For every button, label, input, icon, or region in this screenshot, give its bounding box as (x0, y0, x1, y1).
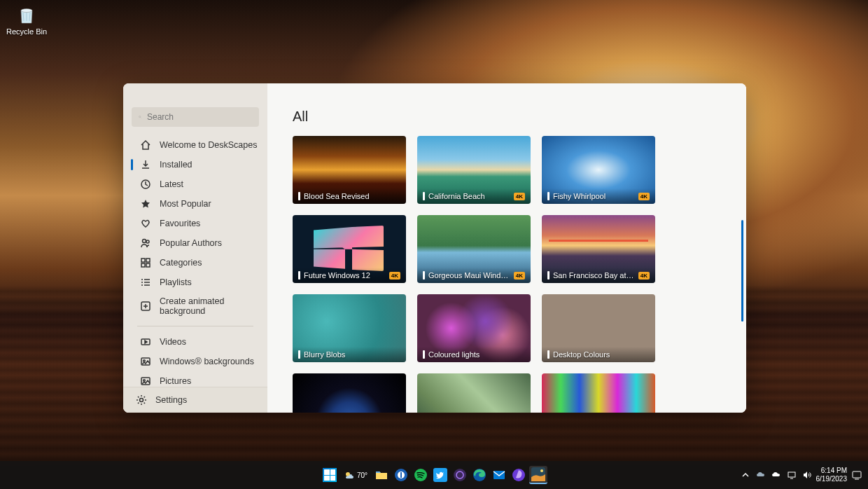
start-button[interactable] (321, 466, 339, 484)
taskbar-center: 70° (321, 466, 547, 484)
wallpaper-card[interactable] (417, 373, 531, 413)
gear-icon (136, 394, 147, 406)
sidebar-item-favourites[interactable]: Favourites (123, 214, 267, 233)
wallpaper-card[interactable]: Blood Sea Revised (293, 136, 406, 204)
sidebar-item-label: Installed (160, 160, 192, 170)
svg-point-15 (144, 380, 146, 382)
notifications-icon[interactable] (851, 469, 862, 481)
heart-icon (140, 218, 151, 229)
sidebar-item-create-animated-background[interactable]: Create animated background (123, 292, 267, 320)
taskbar-explorer[interactable] (372, 466, 391, 484)
svg-point-16 (140, 399, 144, 402)
svg-rect-20 (400, 472, 402, 478)
wallpaper-card[interactable]: Desktop Colours (542, 294, 655, 362)
search-input[interactable] (147, 112, 252, 122)
sidebar-item-playlists[interactable]: Playlists (123, 273, 267, 292)
svg-point-2 (139, 116, 141, 118)
taskbar-clock[interactable]: 6:14 PM 6/19/2023 (816, 467, 848, 483)
sidebar-item-popular-authors[interactable]: Popular Authors (123, 233, 267, 253)
sidebar-item-windows-backgrounds[interactable]: Windows® backgrounds (123, 352, 267, 371)
wallpaper-title: Fishy Whirlpool (553, 192, 635, 200)
home-icon (140, 139, 151, 151)
4k-badge: 4K (638, 193, 650, 200)
taskbar-deskscapes[interactable] (529, 466, 547, 484)
wallpaper-card[interactable]: California Beach4K (417, 136, 531, 204)
wallpaper-title: Blood Sea Revised (304, 192, 400, 200)
taskbar-edge[interactable] (470, 466, 489, 484)
wallpaper-grid: Blood Sea RevisedCalifornia Beach4KFishy… (293, 136, 721, 413)
wallpaper-card[interactable]: Blurry Blobs (293, 294, 406, 362)
sidebar-item-label: Popular Authors (160, 238, 222, 248)
wallpaper-title: Blurry Blobs (304, 350, 400, 359)
weather-icon (344, 469, 355, 481)
wallpaper-title: Desktop Colours (553, 350, 650, 359)
4k-badge: 4K (514, 272, 525, 280)
nav-divider (137, 326, 253, 326)
page-title: All (267, 83, 746, 136)
wallpaper-title: Future Windows 12 (304, 271, 386, 280)
wallpaper-grid-container[interactable]: Blood Sea RevisedCalifornia Beach4KFishy… (267, 136, 746, 413)
sidebar-item-welcome-to-deskscapes[interactable]: Welcome to DeskScapes (123, 135, 267, 155)
svg-rect-9 (146, 263, 150, 267)
scrollbar-thumb[interactable] (741, 220, 743, 322)
twitter-icon (433, 468, 447, 482)
sidebar-nav: Welcome to DeskScapesInstalledLatestMost… (123, 132, 267, 387)
users-icon (140, 237, 151, 249)
volume-icon[interactable] (802, 470, 812, 480)
sidebar-item-most-popular[interactable]: Most Popular (123, 194, 267, 214)
taskbar-spotify[interactable] (412, 466, 430, 484)
svg-point-5 (146, 240, 149, 243)
taskbar-twitter[interactable] (431, 466, 449, 484)
svg-rect-26 (493, 471, 505, 479)
recycle-bin-label: Recycle Bin (6, 27, 48, 36)
network-icon[interactable] (787, 470, 797, 480)
system-tray: 6:14 PM 6/19/2023 (741, 467, 863, 483)
taskbar-app-swirl[interactable] (510, 466, 528, 484)
sidebar-item-label: Latest (160, 179, 183, 189)
recycle-bin[interactable]: Recycle Bin (6, 4, 48, 36)
sidebar-item-installed[interactable]: Installed (123, 155, 267, 174)
wallpaper-thumbnail (542, 373, 655, 413)
onedrive-icon[interactable] (756, 470, 766, 480)
taskbar-weather[interactable]: 70° (340, 466, 371, 484)
svg-rect-31 (853, 471, 861, 478)
list-icon (140, 277, 151, 288)
4k-badge: 4K (389, 272, 400, 280)
wallpaper-card[interactable]: Fishy Whirlpool4K (542, 136, 655, 204)
wallpaper-card[interactable]: Gorgeous Maui Windy Day4K (417, 215, 531, 283)
sidebar-item-label: Categories (160, 258, 202, 268)
taskbar-app-purple[interactable] (451, 466, 469, 484)
settings-button[interactable]: Settings (123, 387, 267, 413)
sidebar-item-pictures[interactable]: Pictures (123, 371, 267, 387)
swirl-icon (512, 468, 526, 482)
svg-point-23 (454, 469, 466, 481)
deskscapes-window: Welcome to DeskScapesInstalledLatestMost… (123, 83, 746, 413)
taskbar-mail[interactable] (490, 466, 508, 484)
wallpaper-card[interactable]: Future Windows 124K (293, 215, 406, 283)
sidebar-item-videos[interactable]: Videos (123, 332, 267, 352)
svg-point-0 (21, 9, 32, 13)
taskbar: 70° 6:14 PM 6/19/2023 (0, 461, 868, 489)
sidebar-item-latest[interactable]: Latest (123, 174, 267, 194)
4k-badge: 4K (638, 272, 650, 280)
taskbar-1password[interactable] (392, 466, 410, 484)
chevron-up-icon[interactable] (741, 470, 750, 480)
main-content: All Blood Sea RevisedCalifornia Beach4KF… (267, 83, 746, 413)
wallpaper-card[interactable]: Coloured lights (417, 294, 531, 362)
wallpaper-title: Gorgeous Maui Windy Day (428, 271, 510, 280)
wallpaper-card[interactable] (542, 373, 655, 413)
sidebar-item-categories[interactable]: Categories (123, 253, 267, 273)
cloud-icon[interactable] (771, 470, 781, 480)
search-box[interactable] (132, 107, 259, 127)
svg-point-4 (143, 240, 146, 243)
wallpaper-card[interactable] (293, 373, 406, 413)
sidebar-item-label: Pictures (160, 376, 191, 386)
sidebar-item-label: Most Popular (160, 199, 211, 209)
sidebar-item-label: Windows® backgrounds (160, 357, 254, 366)
edge-icon (472, 468, 486, 482)
onepassword-icon (394, 468, 408, 482)
wallpaper-card[interactable]: San Francisco Bay at Sunset4K (542, 215, 655, 283)
folder-icon (374, 468, 388, 482)
svg-rect-30 (788, 472, 795, 477)
wallpaper-title: California Beach (428, 192, 510, 200)
